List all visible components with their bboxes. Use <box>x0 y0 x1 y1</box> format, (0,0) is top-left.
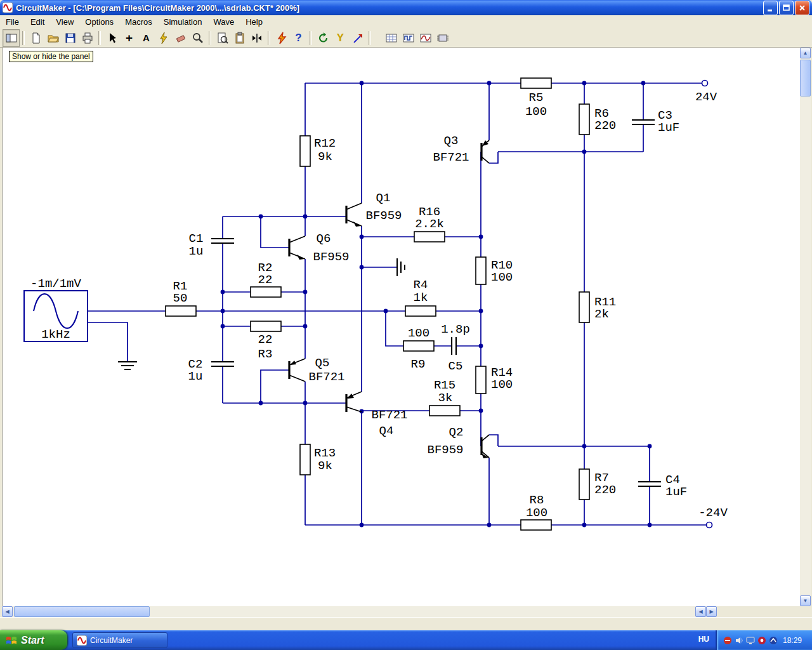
resistor-R16[interactable]: R16 2.2k <box>414 205 445 242</box>
menu-edit[interactable]: Edit <box>25 16 50 28</box>
resistor-R15[interactable]: R15 3k <box>429 378 460 416</box>
resistor-R4[interactable]: R4 1k <box>405 278 436 316</box>
scroll-up-button[interactable]: ▲ <box>800 48 811 58</box>
circuitmaker-app-icon <box>3 3 13 13</box>
resistor-R5[interactable]: R5 100 <box>521 78 551 119</box>
resistor-R13[interactable]: R13 9k <box>300 444 336 475</box>
transistor-Q6[interactable]: Q6 BF959 <box>289 232 350 264</box>
horizontal-scrollbar[interactable]: ◀ ◀ ▶ <box>2 606 717 617</box>
resistor-R12[interactable]: R12 9k <box>300 136 336 166</box>
help-button[interactable]: ? <box>290 29 307 47</box>
vminus-label: -24V <box>698 506 728 520</box>
resistor-R8[interactable]: R8 100 <box>521 493 551 530</box>
scroll-left-button[interactable]: ◀ <box>2 606 13 617</box>
text-tool-button[interactable]: A <box>138 29 155 47</box>
capacitor-C1[interactable]: C1 1u <box>189 232 234 258</box>
digital-grid-button-2[interactable] <box>400 29 417 47</box>
vertical-scrollbar[interactable]: ▲ ▼ <box>800 48 811 606</box>
svg-text:BF721: BF721 <box>371 408 407 422</box>
resistor-R6[interactable]: R6 220 <box>579 104 616 135</box>
digital-grid-button-3[interactable] <box>417 29 434 47</box>
close-button[interactable] <box>795 1 809 15</box>
capacitor-C4[interactable]: C4 1uF <box>638 473 687 499</box>
scroll-left-button-2[interactable]: ◀ <box>695 606 706 617</box>
source-frequency-label: 1kHz <box>41 328 70 342</box>
status-bar <box>0 617 812 631</box>
reset-button[interactable] <box>315 29 332 47</box>
start-button[interactable]: Start <box>0 630 67 650</box>
tray-network-icon[interactable] <box>769 636 778 645</box>
probe-tool-button[interactable]: Y <box>332 29 349 47</box>
transistor-Q3[interactable]: Q3 BF721 <box>433 134 489 164</box>
transistor-Q1[interactable]: Q1 BF959 <box>346 191 402 227</box>
menu-macros[interactable]: Macros <box>119 16 158 28</box>
capacitor-C2[interactable]: C2 1u <box>188 357 234 383</box>
transistor-Q5[interactable]: Q5 BF721 <box>289 356 345 384</box>
capacitor-C3[interactable]: C3 1uF <box>632 109 679 135</box>
restore-icon <box>782 4 790 12</box>
task-button-circuitmaker[interactable]: CircuitMaker <box>72 632 167 648</box>
schematic-canvas[interactable]: 24V -24V -1m/1mV 1kHz R1 50 <box>2 48 800 606</box>
tray-display-icon[interactable] <box>746 636 755 645</box>
tray-antivirus-icon[interactable] <box>723 636 732 645</box>
toggle-panel-button[interactable] <box>3 29 20 47</box>
digital-grid-button-4[interactable] <box>434 29 451 47</box>
menu-view[interactable]: View <box>50 16 79 28</box>
minimize-button[interactable] <box>763 1 778 15</box>
resistor-R10[interactable]: R10 100 <box>476 257 513 284</box>
zoom-fit-button[interactable] <box>214 29 231 47</box>
menu-options[interactable]: Options <box>79 16 119 28</box>
wire-lightning-icon <box>157 32 170 44</box>
resistor-R2[interactable]: R2 22 <box>251 261 281 297</box>
resistor-R11[interactable]: R11 2k <box>579 292 616 322</box>
menu-file[interactable]: File <box>0 16 25 28</box>
save-floppy-icon <box>64 32 77 44</box>
transistor-Q2[interactable]: Q2 BF959 <box>427 425 489 458</box>
power-terminals[interactable]: 24V -24V <box>695 81 728 528</box>
vertical-scroll-thumb[interactable] <box>800 60 811 96</box>
zoom-tool-button[interactable] <box>189 29 206 47</box>
minimize-icon <box>766 4 775 12</box>
transistor-Q4[interactable]: BF721 Q4 <box>346 392 408 438</box>
open-file-button[interactable] <box>44 29 62 47</box>
resistor-R14[interactable]: R14 100 <box>476 366 513 394</box>
resistor-R7[interactable]: R7 220 <box>579 469 616 500</box>
scroll-down-button[interactable]: ▼ <box>800 595 811 606</box>
select-tool-button[interactable] <box>103 29 121 47</box>
wire-tool-button[interactable] <box>155 29 172 47</box>
scroll-right-button[interactable]: ▶ <box>706 606 717 617</box>
tray-alert-icon[interactable] <box>757 636 766 645</box>
trace-tool-button[interactable] <box>349 29 366 47</box>
language-indicator[interactable]: HU <box>698 635 709 644</box>
resistor-R1[interactable]: R1 50 <box>166 279 196 316</box>
maximize-button[interactable] <box>779 1 794 15</box>
sheet-view-button[interactable] <box>231 29 248 47</box>
split-view-button[interactable] <box>248 29 265 47</box>
print-button[interactable] <box>79 29 96 47</box>
taskbar: Start CircuitMaker HU <box>0 630 812 650</box>
resistor-R9[interactable]: 100 R9 <box>403 326 434 371</box>
vplus-terminal[interactable] <box>702 81 708 86</box>
menu-simulation[interactable]: Simulation <box>158 16 208 28</box>
signal-source[interactable]: -1m/1mV 1kHz <box>24 277 88 342</box>
capacitor-C5[interactable]: 1.8p C5 <box>441 322 470 373</box>
svg-text:BF959: BF959 <box>365 209 402 223</box>
menu-help[interactable]: Help <box>240 16 268 28</box>
menu-wave[interactable]: Wave <box>207 16 240 28</box>
svg-text:Q5: Q5 <box>315 356 330 370</box>
run-simulation-button[interactable] <box>273 29 290 47</box>
taskbar-clock[interactable]: 18:29 <box>783 636 802 645</box>
save-file-button[interactable] <box>62 29 79 47</box>
delete-tool-button[interactable] <box>172 29 189 47</box>
new-file-button[interactable] <box>27 29 44 47</box>
tray-volume-icon[interactable] <box>735 636 743 645</box>
digital-grid-button-1[interactable] <box>383 29 400 47</box>
magnifier-icon <box>192 32 204 44</box>
resistor-R3[interactable]: 22 R3 <box>251 321 281 361</box>
open-folder-icon <box>47 32 60 44</box>
svg-text:100: 100 <box>491 270 513 284</box>
schematic[interactable]: 24V -24V -1m/1mV 1kHz R1 50 <box>3 48 801 606</box>
place-part-button[interactable]: + <box>121 29 138 47</box>
vminus-terminal[interactable] <box>707 522 712 528</box>
horizontal-scroll-thumb[interactable] <box>14 606 150 617</box>
